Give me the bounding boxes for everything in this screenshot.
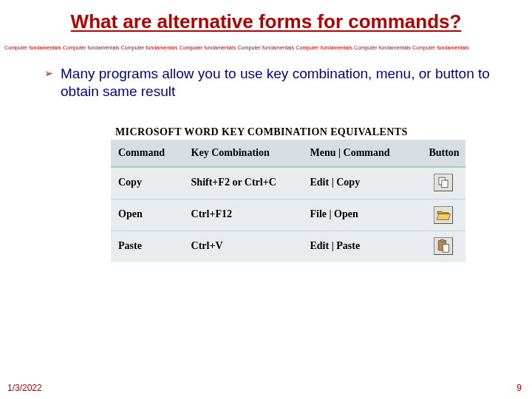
table-title: MICROSOFT WORD KEY COMBINATION EQUIVALEN… <box>111 126 473 138</box>
th-button: Button <box>421 140 466 167</box>
cell-command: Open <box>111 199 184 231</box>
cell-key: Ctrl+F12 <box>184 199 303 231</box>
copy-icon <box>434 174 453 191</box>
cell-key: Shift+F2 or Ctrl+C <box>184 167 303 200</box>
footer-date: 1/3/2022 <box>7 383 42 393</box>
cell-menu: Edit | Paste <box>302 231 421 262</box>
cell-command: Copy <box>111 167 184 200</box>
th-key: Key Combination <box>184 140 303 167</box>
th-command: Command <box>111 140 184 167</box>
bullet-text: Many programs allow you to use key combi… <box>61 65 502 101</box>
cell-key: Ctrl+V <box>184 231 303 262</box>
table-row: PasteCtrl+VEdit | Paste <box>111 231 466 262</box>
bullet-item: ➢ Many programs allow you to use key com… <box>44 65 502 101</box>
cell-menu: Edit | Copy <box>302 167 421 200</box>
commands-table: Command Key Combination Menu | Command B… <box>111 140 466 262</box>
chevron-icon: ➢ <box>44 67 53 79</box>
cell-command: Paste <box>111 231 184 262</box>
cell-button <box>421 199 466 231</box>
svg-rect-3 <box>440 239 444 242</box>
svg-rect-4 <box>443 244 449 252</box>
table-row: OpenCtrl+F12File | Open <box>111 199 466 231</box>
open-icon <box>434 206 453 224</box>
svg-rect-1 <box>442 180 448 188</box>
cell-button <box>421 231 466 262</box>
cell-button <box>421 167 466 200</box>
repeated-band: Computer fundamentals Computer fundament… <box>0 39 532 58</box>
table-row: CopyShift+F2 or Ctrl+CEdit | Copy <box>111 167 466 200</box>
th-menu: Menu | Command <box>302 140 421 167</box>
slide-title: What are alternative forms for commands? <box>0 0 532 39</box>
footer-page: 9 <box>516 383 522 393</box>
paste-icon <box>434 237 453 255</box>
cell-menu: File | Open <box>302 199 421 231</box>
